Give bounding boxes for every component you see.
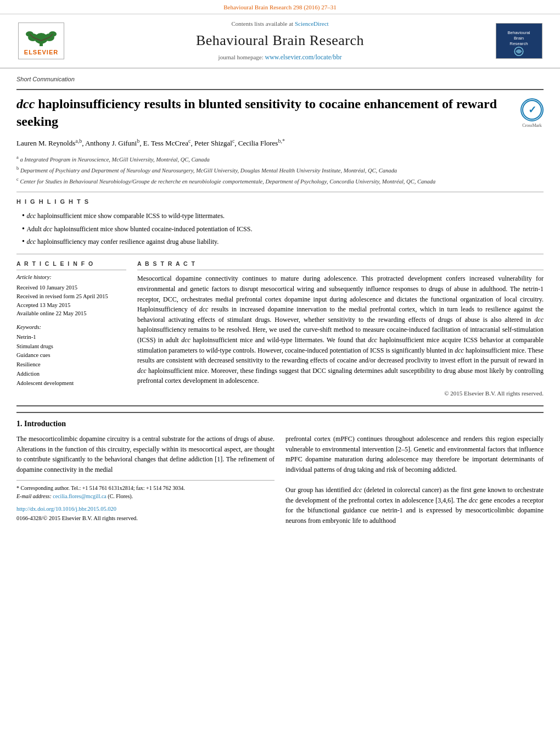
svg-text:Brain: Brain (513, 36, 523, 41)
intro-body-columns: The mesocorticolimbic dopamine circuitry… (16, 434, 544, 526)
revised-date: Received in revised form 25 April 2015 (16, 292, 126, 301)
abstract-text: Mesocortical dopamine connectivity conti… (137, 274, 544, 386)
affiliations-block: a a Integrated Program in Neuroscience, … (16, 154, 544, 186)
title-rest: haploinsufficiency results in blunted se… (16, 97, 497, 128)
page: Behavioural Brain Research 298 (2016) 27… (0, 0, 560, 742)
highlights-header: H I G H L I G H T S (16, 198, 544, 206)
title-dcc-italic: dcc (16, 97, 35, 111)
crossmark-label: CrossMark (520, 122, 544, 129)
author-email-link[interactable]: cecilia.flores@mcgill.ca (53, 493, 107, 499)
author1-sup: a,b (75, 138, 82, 144)
journal-reference: Behavioural Brain Research 298 (2016) 27… (223, 4, 337, 10)
author4-sup: c (232, 138, 234, 144)
crossmark-svg: ✓ (522, 99, 542, 120)
crossmark-icon: ✓ (520, 98, 544, 121)
keyword-5: Addiction (16, 370, 126, 379)
affiliation-c: c Center for Studies in Behavioural Neur… (16, 176, 544, 186)
highlights-section: H I G H L I G H T S dcc haploinsufficien… (16, 198, 544, 247)
author3-sup: c (188, 138, 191, 144)
journal-homepage-line: journal homepage: www.elsevier.com/locat… (219, 53, 342, 62)
abstract-header: A B S T R A C T (137, 260, 544, 271)
article-history-block: Article history: Received 10 January 201… (16, 274, 126, 318)
highlight-item-2: Adult dcc haploinsufficient mice show bl… (22, 224, 544, 235)
keyword-3: Guidance cues (16, 351, 126, 360)
keywords-list: Netrin-1 Stimulant drugs Guidance cues R… (16, 333, 126, 388)
keyword-6: Adolescent development (16, 379, 126, 388)
doi-url: http://dx.doi.org/10.1016/j.bbr.2015.05.… (16, 505, 275, 514)
email-note: E-mail address: cecilia.flores@mcgill.ca… (16, 492, 275, 500)
corresponding-author-note: * Corresponding author. Tel.: +1 514 761… (16, 484, 275, 492)
highlights-list: dcc haploinsufficient mice show comparab… (16, 210, 544, 247)
highlight-item-1: dcc haploinsufficient mice show comparab… (22, 210, 544, 221)
intro-top-divider (16, 405, 544, 406)
author3-name: E. Tess McCrea (143, 139, 188, 147)
abstract-col: A B S T R A C T Mesocortical dopamine co… (137, 260, 544, 398)
elsevier-branding: ELSEVIER (18, 23, 64, 59)
article-info-header: A R T I C L E I N F O (16, 260, 126, 271)
author1-name: Lauren M. Reynolds (16, 139, 75, 147)
keywords-label: Keywords: (16, 323, 126, 332)
authors-line: Lauren M. Reynoldsa,b, Anthony J. Gifuni… (16, 137, 544, 149)
accepted-date: Accepted 13 May 2015 (16, 301, 126, 310)
journal-logo-area: Behavioural Brain Research (489, 20, 549, 62)
svg-text:✓: ✓ (528, 104, 536, 115)
introduction-section: 1. Introduction The mesocorticolimbic do… (16, 412, 544, 526)
sciencedirect-line: Contents lists available at ScienceDirec… (231, 20, 328, 28)
elsevier-wordmark: ELSEVIER (24, 48, 58, 57)
keyword-2: Stimulant drugs (16, 342, 126, 352)
article-info-col: A R T I C L E I N F O Article history: R… (16, 260, 126, 398)
bbr-logo-graphic: Behavioural Brain Research (496, 23, 542, 59)
homepage-link[interactable]: www.elsevier.com/locate/bbr (265, 53, 342, 61)
main-content: Short Communication dcc haploinsufficien… (0, 69, 560, 537)
doi-block: http://dx.doi.org/10.1016/j.bbr.2015.05.… (16, 505, 275, 523)
intro-right-col: prefrontal cortex (mPFC) continues throu… (285, 434, 544, 526)
doi-link[interactable]: http://dx.doi.org/10.1016/j.bbr.2015.05.… (16, 506, 116, 512)
keyword-1: Netrin-1 (16, 333, 126, 342)
elsevier-logo-area: ELSEVIER (11, 20, 71, 62)
issn-line: 0166-4328/© 2015 Elsevier B.V. All right… (16, 514, 275, 523)
keyword-4: Resilience (16, 360, 126, 370)
journal-title-area: Contents lists available at ScienceDirec… (71, 20, 489, 62)
journal-reference-bar: Behavioural Brain Research 298 (2016) 27… (0, 0, 560, 14)
bbr-journal-logo: Behavioural Brain Research (496, 23, 542, 59)
info-abstract-columns: A R T I C L E I N F O Article history: R… (16, 260, 544, 398)
footnote-block: * Corresponding author. Tel.: +1 514 761… (16, 480, 275, 500)
author2-name: Anthony J. Gifuni (85, 139, 137, 147)
author5-sup: b,* (278, 138, 285, 144)
svg-text:Behavioural: Behavioural (507, 30, 530, 35)
intro-title-text: Introduction (24, 420, 66, 428)
author2-sup: b (137, 138, 139, 144)
journal-header: ELSEVIER Contents lists available at Sci… (0, 14, 560, 69)
copyright-line: © 2015 Elsevier B.V. All rights reserved… (137, 389, 544, 398)
sciencedirect-link[interactable]: ScienceDirect (295, 20, 329, 27)
contents-label: Contents lists available at (231, 20, 293, 27)
crossmark-area: ✓ CrossMark (520, 98, 544, 129)
history-label: Article history: (16, 274, 126, 282)
elsevier-tree-icon (22, 25, 60, 47)
received-date: Received 10 January 2015 (16, 283, 126, 292)
affiliation-b: b Department of Psychiatry and Departmen… (16, 165, 544, 175)
intro-left-col: The mesocorticolimbic dopamine circuitry… (16, 434, 275, 526)
available-date: Available online 22 May 2015 (16, 309, 126, 318)
highlight-item-3: dcc haploinsufficiency may confer resili… (22, 236, 544, 247)
highlights-top-divider (16, 192, 544, 192)
intro-number: 1. (16, 420, 23, 428)
affiliation-a: a a Integrated Program in Neuroscience, … (16, 154, 544, 164)
svg-text:Research: Research (509, 41, 528, 46)
title-row: dcc haploinsufficiency results in blunte… (16, 96, 544, 136)
article-type-label: Short Communication (16, 75, 544, 83)
author5-name: Cecilia Flores (238, 139, 278, 147)
title-top-divider (16, 89, 544, 90)
author4-name: Peter Shizgal (194, 139, 232, 147)
article-info-top-divider (16, 254, 544, 254)
homepage-label: journal homepage: (219, 54, 264, 60)
article-title: dcc haploinsufficiency results in blunte… (16, 96, 512, 130)
journal-title: Behavioural Brain Research (196, 31, 364, 51)
intro-title: 1. Introduction (16, 419, 544, 429)
